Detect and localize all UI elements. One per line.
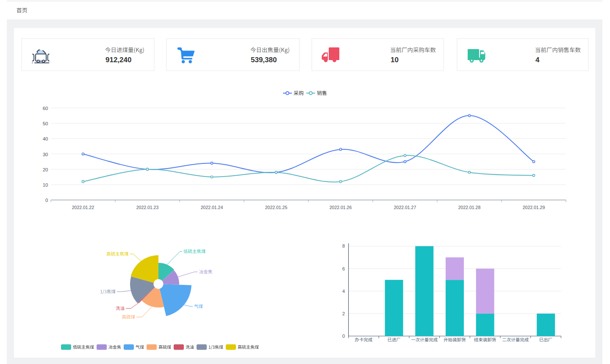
svg-text:50: 50: [43, 121, 48, 126]
svg-text:2022.01.22: 2022.01.22: [72, 205, 94, 210]
svg-text:40: 40: [43, 136, 48, 141]
svg-text:10: 10: [391, 56, 399, 64]
svg-text:2022.01.24: 2022.01.24: [201, 205, 223, 210]
svg-text:8: 8: [342, 243, 345, 248]
svg-text:20: 20: [43, 167, 48, 172]
svg-text:2022.01.29: 2022.01.29: [523, 205, 545, 210]
svg-text:10: 10: [43, 182, 48, 188]
svg-text:2022.01.23: 2022.01.23: [136, 205, 159, 210]
svg-text:0: 0: [342, 334, 345, 339]
svg-text:4: 4: [535, 56, 540, 64]
svg-text:2022.01.28: 2022.01.28: [458, 205, 481, 210]
svg-text:539,380: 539,380: [251, 56, 277, 64]
svg-text:30: 30: [43, 152, 48, 157]
svg-text:912,240: 912,240: [105, 56, 131, 64]
svg-text:4: 4: [342, 289, 345, 294]
svg-text:2022.01.25: 2022.01.25: [265, 205, 288, 210]
svg-text:60: 60: [43, 106, 48, 111]
svg-text:2022.01.27: 2022.01.27: [394, 205, 416, 210]
svg-text:2022.01.26: 2022.01.26: [330, 205, 352, 210]
svg-text:2: 2: [342, 311, 345, 316]
svg-text:6: 6: [342, 266, 345, 271]
svg-text:0: 0: [45, 198, 48, 203]
